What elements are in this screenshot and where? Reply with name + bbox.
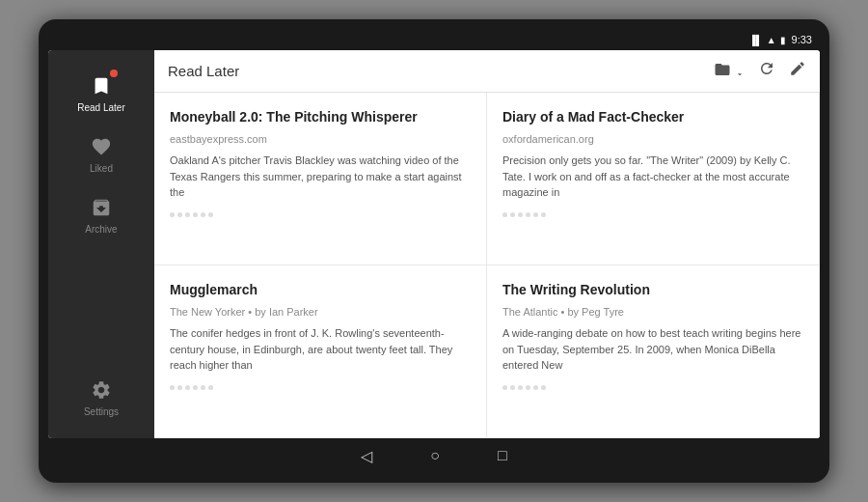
article-dots-2 [170,385,471,390]
heart-icon [91,136,112,157]
article-card-1[interactable]: Diary of a Mad Fact-Checker oxfordameric… [487,93,820,265]
home-button[interactable]: ○ [430,447,440,464]
main-content: Read Later [154,50,820,438]
dot [177,212,182,217]
gear-icon [91,379,112,401]
dot [185,385,190,390]
status-bar: ▐▌ ▲ ▮ 9:33 [48,29,820,50]
battery-icon: ▮ [780,35,786,45]
sidebar-liked-label: Liked [90,163,113,174]
folder-icon [714,61,731,78]
folder-button[interactable] [714,61,745,81]
article-card-2[interactable]: Mugglemarch The New Yorker • by Ian Park… [154,265,487,438]
dot [533,385,538,390]
article-source-3: The Atlantic • by Peg Tyre [502,306,803,318]
read-later-icon [91,75,112,97]
sidebar: Read Later Liked Archive [48,50,154,438]
liked-icon-area [89,134,114,159]
time-display: 9:33 [792,34,812,45]
sidebar-item-liked[interactable]: Liked [48,123,154,183]
dot [177,385,182,390]
dot [193,212,198,217]
edit-icon [789,60,806,77]
article-dots-3 [502,385,803,390]
toolbar-actions [714,60,806,82]
article-card-3[interactable]: The Writing Revolution The Atlantic • by… [487,265,820,438]
article-source-1: oxfordamerican.org [502,133,803,145]
refresh-button[interactable] [758,60,775,82]
dot [208,212,213,217]
sidebar-bottom: Settings [48,366,154,438]
bottom-nav: ◁ ○ □ [48,438,820,473]
article-excerpt-3: A wide-ranging debate on how to best tea… [502,325,803,374]
settings-icon-area [89,377,114,403]
archive-icon [91,197,112,218]
dot [526,385,530,390]
dot [185,212,190,217]
dot [502,212,507,217]
dot [201,385,205,390]
archive-icon-area [89,195,114,220]
article-source-0: eastbayexpress.com [170,133,471,145]
sidebar-settings-label: Settings [84,406,119,417]
dot [533,212,538,217]
article-dots-1 [502,212,803,217]
article-excerpt-0: Oakland A's pitcher Travis Blackley was … [170,153,471,201]
article-excerpt-2: The conifer hedges in front of J. K. Row… [170,325,471,374]
notification-badge [110,70,118,77]
dot [193,385,198,390]
dot [541,385,546,390]
articles-grid: Moneyball 2.0: The Pitching Whisperer ea… [154,93,820,438]
dot [510,212,515,217]
recent-button[interactable]: □ [498,447,507,464]
tablet-screen: Read Later Liked Archive [48,50,820,438]
read-later-icon-area [89,73,114,98]
sidebar-item-settings[interactable]: Settings [48,366,154,427]
dot [201,212,205,217]
dot [541,212,546,217]
dot [526,212,530,217]
sidebar-archive-label: Archive [85,224,117,235]
dot [518,212,523,217]
dot [170,212,175,217]
article-dots-0 [170,212,471,217]
wifi-icon: ▲ [767,35,776,45]
toolbar-title: Read Later [168,63,239,79]
dot [502,385,507,390]
sidebar-read-later-label: Read Later [77,102,124,113]
dot [170,385,175,390]
dot [510,385,515,390]
article-excerpt-1: Precision only gets you so far. "The Wri… [502,153,803,201]
sidebar-item-archive[interactable]: Archive [48,183,154,244]
article-source-2: The New Yorker • by Ian Parker [170,306,471,318]
status-icons: ▐▌ ▲ ▮ 9:33 [749,34,813,45]
tablet-device: ▐▌ ▲ ▮ 9:33 Read Later [39,19,829,483]
toolbar: Read Later [154,50,820,93]
article-title-3: The Writing Revolution [502,281,803,298]
edit-button[interactable] [789,60,806,82]
article-title-0: Moneyball 2.0: The Pitching Whisperer [170,108,471,126]
sidebar-item-read-later[interactable]: Read Later [48,62,154,123]
dot [518,385,523,390]
article-title-1: Diary of a Mad Fact-Checker [502,108,803,126]
refresh-icon [758,60,775,77]
dot [208,385,213,390]
article-title-2: Mugglemarch [170,281,471,298]
signal-icon: ▐▌ [749,35,763,45]
back-button[interactable]: ◁ [361,447,372,465]
chevron-down-icon [735,70,745,79]
article-card-0[interactable]: Moneyball 2.0: The Pitching Whisperer ea… [154,93,487,265]
